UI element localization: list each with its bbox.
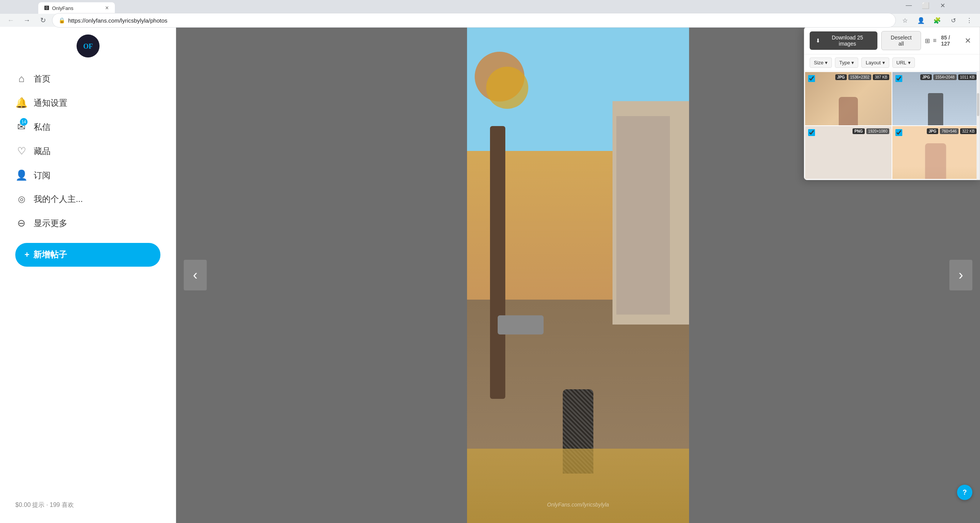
scrollbar-thumb	[977, 93, 979, 116]
image-badges-2: JPG 1554×2048 1011 KB	[920, 74, 977, 80]
watermark: OnlyFans.com/lyricsbylyla	[547, 502, 609, 508]
minimize-button[interactable]: —	[902, 0, 916, 12]
sidebar-profile-label: 我的个人主...	[34, 193, 83, 205]
image-type-4: JPG	[927, 128, 938, 134]
deselect-label: Deselect all	[891, 34, 911, 47]
image-checkbox-4[interactable]	[895, 129, 902, 136]
restore-button[interactable]: ⬜	[919, 0, 933, 12]
image-type-3: PNG	[853, 128, 865, 134]
sidebar-notifications-label: 通知设置	[34, 97, 67, 109]
chevron-down-icon: ▾	[908, 60, 911, 66]
lock-icon: 🔒	[59, 17, 65, 23]
tab-close-icon[interactable]: ×	[105, 5, 109, 11]
sidebar-item-profile[interactable]: ◎ 我的个人主...	[0, 187, 176, 211]
sidebar: OF ⌂ 首页 🔔 通知设置 ✉ 私信 14 ♡ 藏品 👤 订阅 ◎ 我的个人主…	[0, 27, 176, 523]
type-filter[interactable]: Type ▾	[835, 57, 858, 68]
download-panel: ⬇ Download 25 images Deselect all ⊞ ≡ 85…	[804, 27, 980, 180]
sidebar-item-collections[interactable]: ♡ 藏品	[0, 139, 176, 163]
image-checkbox-1[interactable]	[808, 75, 815, 82]
chevron-down-icon: ▾	[882, 60, 885, 66]
profile-button[interactable]: 👤	[914, 13, 928, 27]
list-view-icon[interactable]: ≡	[933, 37, 936, 44]
image-size-2: 1011 KB	[958, 74, 977, 80]
close-panel-button[interactable]: ✕	[962, 34, 974, 47]
image-card-4[interactable]: JPG 760×546 322 KB	[892, 126, 979, 179]
sidebar-footer-text: $0.00 提示 · 199 喜欢	[15, 502, 74, 508]
image-size-1: 387 KB	[873, 74, 889, 80]
sidebar-item-home[interactable]: ⌂ 首页	[0, 67, 176, 91]
tab-title: OnlyFans	[52, 5, 102, 11]
messages-badge: 14	[20, 118, 28, 126]
sidebar-home-label: 首页	[34, 73, 51, 85]
new-post-button[interactable]: + 新增帖子	[15, 243, 160, 267]
refresh-button[interactable]: ↺	[946, 13, 960, 27]
image-card-2[interactable]: JPG 1554×2048 1011 KB https://cdn2.onlyf…	[892, 72, 979, 125]
bell-icon: 🔔	[15, 97, 28, 109]
sidebar-messages-label: 私信	[34, 121, 51, 133]
image-grid: JPG 1536×2302 387 KB https://cdn2.onlyfa…	[804, 71, 980, 180]
filter-bar: Size ▾ Type ▾ Layout ▾ URL ▾	[804, 54, 980, 71]
image-badges-1: JPG 1536×2302 387 KB	[835, 74, 889, 80]
svg-text:OF: OF	[83, 43, 93, 50]
sidebar-more-label: 显示更多	[34, 218, 67, 229]
back-button[interactable]: ←	[4, 13, 18, 27]
image-checkbox-2[interactable]	[895, 75, 902, 82]
extensions-button[interactable]: 🧩	[930, 13, 944, 27]
image-card-3[interactable]: PNG 1920×1080	[805, 126, 892, 179]
sidebar-collections-label: 藏品	[34, 146, 51, 157]
size-filter[interactable]: Size ▾	[810, 57, 832, 68]
sidebar-item-subscriptions[interactable]: 👤 订阅	[0, 163, 176, 187]
image-card-1[interactable]: JPG 1536×2302 387 KB https://cdn2.onlyfa…	[805, 72, 892, 125]
person-icon: 👤	[15, 169, 28, 181]
sidebar-item-messages[interactable]: ✉ 私信 14	[0, 115, 176, 139]
reload-button[interactable]: ↻	[36, 13, 50, 27]
home-icon: ⌂	[15, 73, 28, 85]
next-image-button[interactable]: ›	[949, 260, 972, 290]
image-type-2: JPG	[920, 74, 932, 80]
tab-favicon: 🅾	[44, 5, 49, 11]
image-resolution-1: 1536×2302	[848, 74, 871, 80]
chevron-down-icon: ▾	[851, 60, 854, 66]
bookmark-button[interactable]: ☆	[898, 13, 912, 27]
sidebar-item-notifications[interactable]: 🔔 通知设置	[0, 91, 176, 115]
download-label: Download 25 images	[823, 34, 871, 47]
address-bar[interactable]: 🔒 https://onlyfans.com/lyricsbylyla/phot…	[52, 13, 896, 28]
sidebar-logo[interactable]: OF	[77, 34, 100, 57]
image-checkbox-3[interactable]	[808, 129, 815, 136]
download-button[interactable]: ⬇ Download 25 images	[810, 31, 877, 50]
image-size-4: 322 KB	[960, 128, 977, 134]
layout-filter[interactable]: Layout ▾	[861, 57, 889, 68]
help-button[interactable]: ?	[957, 485, 972, 500]
active-tab[interactable]: 🅾 OnlyFans ×	[38, 2, 115, 14]
panel-header: ⬇ Download 25 images Deselect all ⊞ ≡ 85…	[804, 27, 980, 54]
chevron-down-icon: ▾	[825, 60, 828, 66]
image-resolution-2: 1554×2048	[933, 74, 956, 80]
counter-display: 85 / 127	[941, 34, 959, 47]
menu-button[interactable]: ⋮	[962, 13, 976, 27]
prev-image-button[interactable]: ‹	[184, 260, 207, 290]
grid-view-icon[interactable]: ⊞	[925, 37, 930, 44]
sidebar-item-more[interactable]: ⊖ 显示更多	[0, 211, 176, 235]
url-filter[interactable]: URL ▾	[892, 57, 915, 68]
image-resolution-3: 1920×1080	[866, 128, 889, 134]
deselect-button[interactable]: Deselect all	[881, 31, 921, 50]
close-button[interactable]: ✕	[936, 0, 949, 12]
circle-icon: ◎	[15, 194, 28, 204]
sidebar-subscriptions-label: 订阅	[34, 170, 51, 181]
image-type-1: JPG	[835, 74, 847, 80]
panel-scrollbar[interactable]	[977, 71, 980, 180]
plus-icon: +	[24, 250, 29, 260]
image-badges-3: PNG 1920×1080	[853, 128, 889, 134]
minus-circle-icon: ⊖	[15, 217, 28, 229]
content-area: 11月 O	[176, 27, 980, 523]
heart-icon: ♡	[15, 145, 28, 157]
image-resolution-4: 760×546	[940, 128, 959, 134]
forward-button[interactable]: →	[20, 13, 34, 27]
download-icon: ⬇	[816, 38, 820, 44]
image-badges-4: JPG 760×546 322 KB	[927, 128, 977, 134]
url-text: https://onlyfans.com/lyricsbylyla/photos	[68, 17, 167, 24]
new-post-label: 新增帖子	[33, 249, 67, 261]
